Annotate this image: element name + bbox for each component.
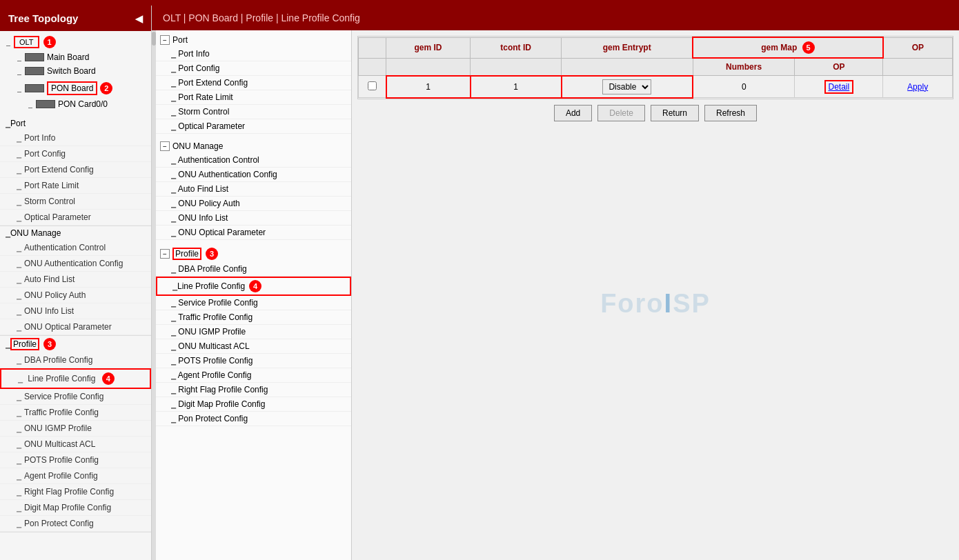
sidebar-item-pon-board[interactable]: ⎯ PON Board 2 xyxy=(0,79,151,97)
onu-auto-find-item[interactable]: ⎯ Auto Find List xyxy=(156,182,351,197)
profile-section: ⎯ Profile 3 ⎯DBA Profile Config ⎯ Line P… xyxy=(0,336,151,532)
port-nav-item-extend[interactable]: ⎯Port Extend Config xyxy=(0,162,151,178)
port-nav-item-rate[interactable]: ⎯Port Rate Limit xyxy=(0,178,151,194)
onu-inner-section: − ONU Manage ⎯ Authentication Control ⎯ … xyxy=(156,137,351,243)
switch-board-label: Switch Board xyxy=(47,66,96,76)
onu-info-list-item[interactable]: ⎯ ONU Info List xyxy=(156,211,351,226)
delete-button[interactable]: Delete xyxy=(597,105,645,121)
dash-icon: ⎯ xyxy=(14,54,25,61)
profile-section-header[interactable]: ⎯ Profile 3 xyxy=(0,336,151,352)
gem-encrypt-select[interactable]: Disable Enable xyxy=(602,79,651,94)
port-info-item[interactable]: ⎯ Port Info xyxy=(156,47,351,61)
profile-ponprotect-item[interactable]: ⎯ Pon Protect Config xyxy=(156,412,351,426)
sidebar-title: Tree Topology xyxy=(8,12,78,24)
badge-4: 4 xyxy=(102,372,115,385)
port-toggle-box: ⎯ xyxy=(6,119,10,128)
port-extend-item[interactable]: ⎯ Port Extend Config xyxy=(156,76,351,90)
left-scroll-panel: − Port ⎯ Port Info ⎯ Port Config ⎯ Port … xyxy=(152,30,352,560)
port-nav-item-info[interactable]: ⎯Port Info xyxy=(0,130,151,146)
th-gemmap-op: OP xyxy=(795,58,883,76)
profile-nav-igmp[interactable]: ⎯ONU IGMP Profile xyxy=(0,421,151,437)
onu-auth-control-item[interactable]: ⎯ Authentication Control xyxy=(156,153,351,168)
profile-minus-icon: − xyxy=(160,249,170,259)
profile-nav-service[interactable]: ⎯Service Profile Config xyxy=(0,389,151,405)
onu-manage-inner-label: ONU Manage xyxy=(172,141,223,151)
profile-nav-line[interactable]: ⎯ Line Profile Config 4 xyxy=(0,368,151,389)
sidebar-item-main-board[interactable]: ⎯ Main Board xyxy=(0,50,151,64)
sidebar-collapse-icon[interactable]: ◀ xyxy=(135,13,143,24)
profile-multicast-item[interactable]: ⎯ ONU Multicast ACL xyxy=(156,339,351,354)
th-gem-encrypt: gem Entrypt xyxy=(562,37,693,58)
return-button[interactable]: Return xyxy=(651,105,699,121)
port-rate-item[interactable]: ⎯ Port Rate Limit xyxy=(156,90,351,105)
th-empty4 xyxy=(562,58,693,76)
detail-link[interactable]: Detail xyxy=(824,80,854,94)
pon-board-label: PON Board xyxy=(47,81,97,95)
port-label: Port xyxy=(172,35,188,45)
onu-policy-auth-item[interactable]: ⎯ ONU Policy Auth xyxy=(156,197,351,211)
badge-5: 5 xyxy=(802,41,815,54)
onu-auth-config-item[interactable]: ⎯ ONU Authentication Config xyxy=(156,168,351,182)
profile-inner-header[interactable]: − Profile 3 xyxy=(156,246,351,262)
profile-dba-item[interactable]: ⎯ DBA Profile Config xyxy=(156,262,351,277)
row-checkbox[interactable] xyxy=(368,81,377,90)
profile-nav-digit-map[interactable]: ⎯Digit Map Profile Config xyxy=(0,500,151,516)
profile-nav-agent[interactable]: ⎯Agent Profile Config xyxy=(0,468,151,484)
add-button[interactable]: Add xyxy=(554,105,592,121)
sidebar: Tree Topology ◀ ⎯ OLT 1 ⎯ Main Board ⎯ S… xyxy=(0,6,152,560)
data-table: gem ID tcont ID gem Entrypt gem Map 5 OP xyxy=(358,37,953,99)
toggle-icon: ⎯ xyxy=(3,39,14,46)
row-gem-encrypt[interactable]: Disable Enable xyxy=(562,76,693,98)
sidebar-item-switch-board[interactable]: ⎯ Switch Board xyxy=(0,64,151,78)
sidebar-item-pon-card[interactable]: ⎯ PON Card0/0 xyxy=(0,97,151,111)
profile-pots-item[interactable]: ⎯ POTS Profile Config xyxy=(156,354,351,368)
onu-inner-header[interactable]: − ONU Manage xyxy=(156,139,351,153)
onu-manage-section-header[interactable]: ⎯ ONU Manage xyxy=(0,226,151,240)
port-nav-item-config[interactable]: ⎯Port Config xyxy=(0,146,151,162)
content-area: OLT | PON Board | Profile | Line Profile… xyxy=(152,6,959,560)
onu-nav-info-list[interactable]: ⎯ONU Info List xyxy=(0,303,151,319)
port-nav-item-storm[interactable]: ⎯Storm Control xyxy=(0,194,151,210)
profile-nav-right-flag[interactable]: ⎯Right Flag Profile Config xyxy=(0,484,151,500)
th-gem-map: gem Map 5 xyxy=(693,37,883,58)
onu-nav-optical-param[interactable]: ⎯ONU Optical Parameter xyxy=(0,319,151,335)
profile-rightflag-item[interactable]: ⎯ Right Flag Profile Config xyxy=(156,383,351,397)
onu-nav-auth-config[interactable]: ⎯ONU Authentication Config xyxy=(0,256,151,272)
th-numbers: Numbers xyxy=(693,58,795,76)
profile-nav-pon-protect[interactable]: ⎯Pon Protect Config xyxy=(0,516,151,532)
refresh-button[interactable]: Refresh xyxy=(704,105,757,121)
data-table-container: gem ID tcont ID gem Entrypt gem Map 5 OP xyxy=(357,36,953,99)
port-nav-item-optical[interactable]: ⎯Optical Parameter xyxy=(0,210,151,226)
profile-inner-section: − Profile 3 ⎯ DBA Profile Config ⎯ Line … xyxy=(156,243,351,429)
port-optical-item[interactable]: ⎯ Optical Parameter xyxy=(156,119,351,134)
onu-toggle-box: ⎯ xyxy=(6,228,10,238)
port-section-header[interactable]: ⎯ Port xyxy=(0,117,151,130)
profile-line-item[interactable]: ⎯ Line Profile Config 4 xyxy=(156,277,351,296)
onu-nav-auto-find[interactable]: ⎯Auto Find List xyxy=(0,272,151,288)
onu-nav-policy-auth[interactable]: ⎯ONU Policy Auth xyxy=(0,288,151,303)
profile-nav-traffic[interactable]: ⎯Traffic Profile Config xyxy=(0,405,151,421)
profile-nav-multicast[interactable]: ⎯ONU Multicast ACL xyxy=(0,437,151,452)
row-checkbox-cell[interactable] xyxy=(359,76,386,98)
profile-igmp-item[interactable]: ⎯ ONU IGMP Profile xyxy=(156,325,351,339)
onu-nav-auth-control[interactable]: ⎯Authentication Control xyxy=(0,240,151,256)
row-tcont-id: 1 xyxy=(471,76,562,98)
profile-nav-dba[interactable]: ⎯DBA Profile Config xyxy=(0,352,151,368)
profile-service-item[interactable]: ⎯ Service Profile Config xyxy=(156,296,351,310)
port-inner-header[interactable]: − Port xyxy=(156,33,351,47)
profile-digitmap-item[interactable]: ⎯ Digit Map Profile Config xyxy=(156,397,351,412)
profile-traffic-item[interactable]: ⎯ Traffic Profile Config xyxy=(156,310,351,325)
th-empty5 xyxy=(883,58,953,76)
badge-2: 2 xyxy=(100,82,112,94)
port-storm-item[interactable]: ⎯ Storm Control xyxy=(156,105,351,119)
profile-agent-item[interactable]: ⎯ Agent Profile Config xyxy=(156,368,351,383)
profile-nav-pots[interactable]: ⎯POTS Profile Config xyxy=(0,452,151,468)
sidebar-tree: ⎯ OLT 1 ⎯ Main Board ⎯ Switch Board ⎯ PO… xyxy=(0,31,151,560)
sidebar-item-olt[interactable]: ⎯ OLT 1 xyxy=(0,34,151,50)
profile-inner-label: Profile xyxy=(172,248,201,260)
right-panel: gem ID tcont ID gem Entrypt gem Map 5 OP xyxy=(352,30,959,560)
th-gem-map-label: gem Map xyxy=(761,43,797,52)
port-config-item[interactable]: ⎯ Port Config xyxy=(156,61,351,76)
apply-link[interactable]: Apply xyxy=(907,82,928,92)
onu-optical-item[interactable]: ⎯ ONU Optical Parameter xyxy=(156,226,351,240)
